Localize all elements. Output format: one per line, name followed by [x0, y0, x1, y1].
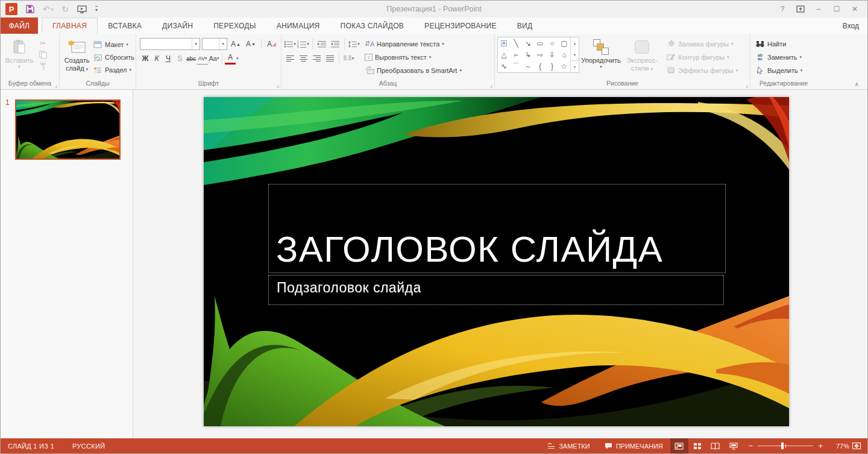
format-painter-icon[interactable]	[37, 61, 49, 71]
save-icon[interactable]	[26, 5, 34, 13]
shape-icon[interactable]: ╲	[514, 40, 518, 47]
shape-icon[interactable]: }	[551, 63, 553, 70]
decrease-indent-button[interactable]	[316, 38, 328, 50]
font-name-dropdown-icon[interactable]: ▾	[192, 39, 200, 49]
ribbon-display-options-button[interactable]	[791, 2, 810, 16]
grow-font-button[interactable]: A▲	[229, 38, 242, 50]
justify-button[interactable]	[324, 52, 336, 65]
paste-dropdown-icon[interactable]: ▾	[18, 65, 20, 69]
character-spacing-button[interactable]: AV▾	[197, 52, 208, 65]
section-button[interactable]: Раздел▾	[93, 63, 134, 76]
tab-slideshow[interactable]: ПОКАЗ СЛАЙДОВ	[330, 17, 415, 34]
tab-file[interactable]: ФАЙЛ	[1, 17, 38, 34]
align-text-button[interactable]: ↕ Выровнять текст▾	[365, 51, 462, 63]
subtitle-placeholder[interactable]: Подзаголовок слайда	[268, 275, 724, 305]
font-color-button[interactable]: А	[225, 52, 236, 65]
copy-icon[interactable]	[37, 49, 49, 60]
font-size-combo[interactable]: ▾	[202, 38, 227, 50]
zoom-out-button[interactable]: −	[749, 441, 753, 450]
reset-button[interactable]: Сбросить	[93, 51, 134, 63]
cut-icon[interactable]: ✂	[37, 38, 49, 48]
underline-button[interactable]: Ч	[163, 52, 174, 65]
bold-button[interactable]: Ж	[140, 52, 151, 65]
tab-review[interactable]: РЕЦЕНЗИРОВАНИЕ	[414, 17, 507, 34]
tab-view[interactable]: ВИД	[507, 17, 543, 34]
paste-button[interactable]: Вставить ▾	[2, 36, 37, 79]
shape-icon[interactable]: ⌂	[562, 51, 566, 58]
quick-styles-button[interactable]: Экспресс-стили ▾	[623, 36, 661, 79]
fit-slide-to-window-button[interactable]	[852, 442, 861, 450]
gallery-down-icon[interactable]: ▾	[571, 49, 579, 60]
slideshow-view-button[interactable]	[725, 438, 743, 453]
shape-icon[interactable]: ↘	[525, 40, 531, 47]
change-case-button[interactable]: Aa▾	[209, 52, 219, 65]
slide-thumbnail[interactable]	[15, 99, 121, 160]
shape-effects-button[interactable]: Эффекты фигуры▾	[666, 64, 738, 77]
font-dialog-launcher-icon[interactable]: ⌟	[277, 82, 279, 88]
strikethrough-button[interactable]: abc	[186, 52, 197, 65]
font-color-dropdown-icon[interactable]: ▾	[236, 56, 239, 61]
undo-button[interactable]: ↶▾	[43, 5, 53, 13]
zoom-in-button[interactable]: +	[818, 441, 823, 450]
shape-icon[interactable]: ⇨	[537, 51, 543, 58]
title-placeholder[interactable]: ЗАГОЛОВОК СЛАЙДА	[268, 184, 726, 273]
slide-title-text[interactable]: ЗАГОЛОВОК СЛАЙДА	[269, 232, 663, 273]
select-button[interactable]: Выделить▾	[755, 64, 802, 77]
shape-icon[interactable]: ▢	[561, 40, 567, 47]
slide-sorter-view-button[interactable]	[688, 438, 706, 453]
text-shadow-button[interactable]: S	[174, 52, 185, 65]
zoom-slider[interactable]	[758, 446, 813, 446]
undo-dropdown-icon[interactable]: ▾	[51, 7, 54, 11]
shape-icon[interactable]: ∿	[501, 63, 507, 70]
bullets-button[interactable]: ▾	[284, 38, 296, 50]
collapse-ribbon-icon[interactable]: ∧	[855, 81, 859, 87]
align-right-button[interactable]	[310, 52, 322, 65]
arrange-button[interactable]: Упорядочить ▾	[579, 36, 623, 79]
shape-icon[interactable]: ⌒	[512, 63, 520, 70]
shape-icon[interactable]: {	[539, 63, 541, 70]
shape-icon[interactable]: ⇩	[549, 51, 555, 58]
shape-icon[interactable]: A	[501, 40, 506, 46]
notes-toggle[interactable]: ЗАМЕТКИ	[540, 438, 597, 453]
new-slide-dropdown-icon[interactable]: ▾	[86, 67, 89, 71]
gallery-up-icon[interactable]: ▴	[571, 37, 579, 49]
italic-button[interactable]: К	[151, 52, 162, 65]
clear-formatting-button[interactable]: A◢	[265, 38, 278, 50]
new-slide-button[interactable]: Создатьслайд ▾	[61, 36, 93, 79]
clipboard-dialog-launcher-icon[interactable]: ⌟	[55, 82, 57, 88]
shape-icon[interactable]: ▭	[536, 40, 543, 47]
shape-icon[interactable]: ⌐	[514, 51, 518, 58]
shape-icon[interactable]: ☆	[561, 63, 568, 70]
reading-view-button[interactable]	[706, 438, 725, 453]
drawing-dialog-launcher-icon[interactable]: ⌟	[746, 82, 748, 88]
tab-animations[interactable]: АНИМАЦИЯ	[266, 17, 330, 34]
shape-icon[interactable]: ～	[524, 63, 532, 70]
font-size-dropdown-icon[interactable]: ▾	[219, 39, 227, 49]
line-spacing-button[interactable]: ▾	[348, 38, 360, 50]
find-button[interactable]: Найти	[755, 37, 802, 50]
normal-view-button[interactable]	[670, 438, 688, 453]
convert-smartart-button[interactable]: Преобразовать в SmartArt▾	[365, 64, 462, 77]
shape-icon[interactable]: ↳	[525, 51, 531, 58]
tab-transitions[interactable]: ПЕРЕХОДЫ	[203, 17, 266, 34]
help-button[interactable]: ?	[773, 2, 791, 16]
numbering-button[interactable]: 123▾	[297, 38, 309, 50]
slide[interactable]: ЗАГОЛОВОК СЛАЙДА Подзаголовок слайда	[204, 97, 789, 426]
tab-home[interactable]: ГЛАВНАЯ	[42, 17, 98, 34]
customize-qat-button[interactable]: ▾	[95, 6, 98, 13]
layout-button[interactable]: Макет▾	[93, 38, 134, 51]
zoom-slider-thumb[interactable]	[781, 443, 784, 449]
redo-button[interactable]: ↻	[61, 5, 69, 13]
maximize-button[interactable]: ☐	[828, 2, 846, 16]
shrink-font-button[interactable]: A▼	[244, 38, 257, 50]
shape-icon[interactable]: △	[501, 51, 506, 58]
align-center-button[interactable]	[297, 52, 309, 65]
shape-outline-button[interactable]: Контур фигуры▾	[666, 51, 738, 63]
shape-icon[interactable]: ○	[550, 40, 554, 47]
tab-insert[interactable]: ВСТАВКА	[98, 17, 152, 34]
increase-indent-button[interactable]	[329, 38, 341, 50]
start-slideshow-button[interactable]	[77, 5, 87, 13]
tab-design[interactable]: ДИЗАЙН	[152, 17, 203, 34]
gallery-more-icon[interactable]: ▾	[571, 60, 579, 72]
close-button[interactable]: ✕	[846, 2, 864, 16]
